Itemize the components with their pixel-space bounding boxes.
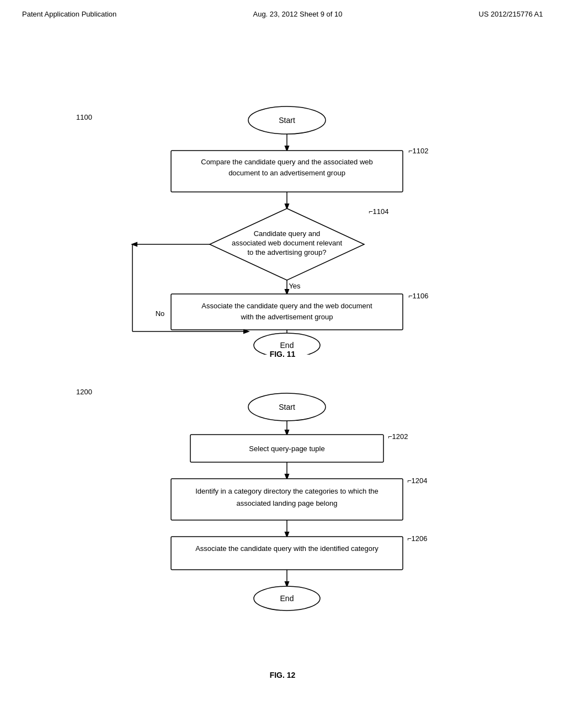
svg-text:Select query-page tuple: Select query-page tuple bbox=[249, 445, 324, 453]
svg-text:Start: Start bbox=[279, 403, 295, 411]
svg-text:⌐1202: ⌐1202 bbox=[388, 432, 408, 441]
header-center: Aug. 23, 2012 Sheet 9 of 10 bbox=[253, 10, 342, 18]
svg-text:Associate the candidate query : Associate the candidate query with the i… bbox=[195, 544, 379, 553]
svg-text:Start: Start bbox=[279, 116, 295, 125]
svg-text:with the advertisement group: with the advertisement group bbox=[241, 313, 333, 321]
header-left: Patent Application Publication bbox=[22, 10, 116, 18]
svg-text:associated landing page belong: associated landing page belong bbox=[237, 499, 338, 507]
header-right: US 2012/215776 A1 bbox=[479, 10, 543, 18]
fig11-container: 1100 Start Compare the candidate query a… bbox=[22, 35, 543, 360]
svg-text:⌐1206: ⌐1206 bbox=[407, 534, 428, 543]
page-header: Patent Application Publication Aug. 23, … bbox=[0, 0, 565, 24]
svg-text:Associate the candidate query : Associate the candidate query and the we… bbox=[201, 302, 372, 310]
svg-text:document to an advertisement g: document to an advertisement group bbox=[228, 169, 345, 177]
fig11-svg: Start Compare the candidate query and th… bbox=[22, 35, 552, 355]
fig12-svg: Start Select query-page tuple ⌐1202 Iden… bbox=[22, 371, 552, 680]
svg-text:Identify in a category directo: Identify in a category directory the cat… bbox=[195, 487, 379, 495]
svg-text:⌐1104: ⌐1104 bbox=[369, 207, 389, 216]
svg-text:Compare the candidate query an: Compare the candidate query and the asso… bbox=[201, 158, 372, 166]
svg-text:Yes: Yes bbox=[289, 282, 301, 290]
svg-text:associated web document releva: associated web document relevant bbox=[232, 239, 343, 247]
svg-text:⌐1106: ⌐1106 bbox=[408, 292, 429, 300]
svg-text:⌐1102: ⌐1102 bbox=[408, 147, 429, 155]
svg-rect-15 bbox=[171, 294, 403, 330]
svg-text:No: No bbox=[156, 309, 165, 318]
fig11-caption: FIG. 11 bbox=[270, 350, 296, 358]
diagram-area: 1100 Start Compare the candidate query a… bbox=[0, 24, 565, 713]
svg-text:⌐1204: ⌐1204 bbox=[407, 477, 428, 485]
fig12-caption: FIG. 12 bbox=[270, 671, 296, 679]
svg-text:End: End bbox=[280, 341, 294, 350]
svg-text:Candidate query and: Candidate query and bbox=[254, 229, 321, 238]
svg-rect-38 bbox=[171, 537, 403, 570]
svg-text:to the advertising group?: to the advertising group? bbox=[247, 248, 326, 256]
svg-text:End: End bbox=[280, 594, 294, 603]
fig12-container: 1200 Start Select query-page tuple ⌐1202… bbox=[22, 371, 543, 691]
